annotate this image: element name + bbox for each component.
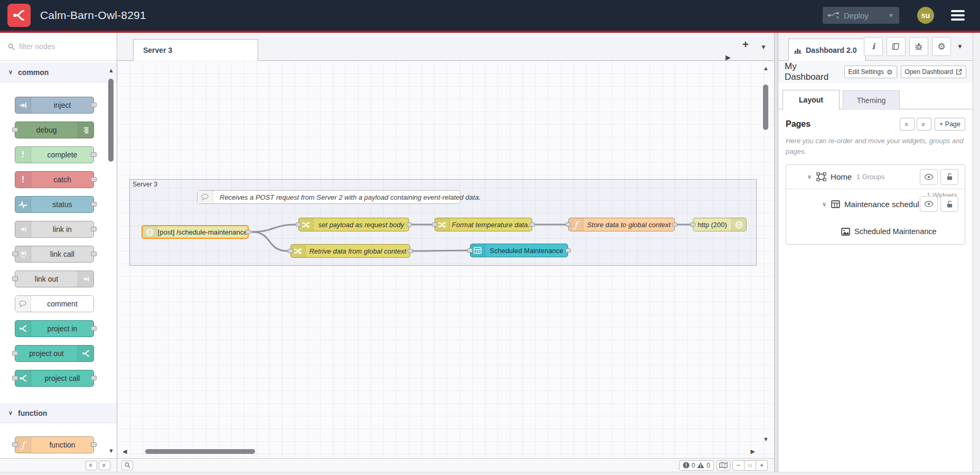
main-menu-icon[interactable]	[951, 10, 965, 21]
canvas-vscrollbar[interactable]	[763, 85, 768, 130]
palette-node-link-out[interactable]: link out	[15, 271, 94, 287]
comment-node[interactable]: Receives a POST request from Server 2 wi…	[197, 190, 460, 204]
flow-node-store-global[interactable]: ƒ Store data to global context	[568, 218, 675, 231]
expand-pages-button[interactable]: »	[917, 118, 931, 131]
output-port[interactable]	[407, 222, 412, 227]
tree-row-home-page[interactable]: ∨ Home 1 Groups	[786, 165, 965, 189]
canvas-search-button[interactable]	[121, 461, 133, 470]
palette-node-complete[interactable]: ! complete	[15, 146, 94, 163]
palette-scroll-down-icon[interactable]: ▼	[108, 448, 114, 454]
workspace-title: Calm-Barn-Owl-8291	[40, 9, 146, 22]
input-port	[12, 276, 18, 281]
expand-all-button[interactable]: »	[99, 461, 110, 470]
debug-lines-icon	[78, 122, 93, 138]
canvas-scroll-left-icon[interactable]: ◀	[123, 448, 127, 455]
palette-scrollbar[interactable]	[108, 79, 114, 162]
flow-tab-server3[interactable]: Server 3	[133, 39, 258, 61]
edit-settings-button[interactable]: Edit Settings ⚙	[844, 66, 897, 78]
exclamation-icon: !	[15, 147, 31, 163]
output-port	[91, 227, 97, 231]
palette-node-inject[interactable]: inject	[15, 97, 94, 114]
bug-icon	[915, 42, 923, 51]
palette-node-link-call[interactable]: link call	[15, 246, 94, 263]
palette-category-common[interactable]: ∨ common	[0, 62, 117, 82]
zoom-in-button[interactable]: +	[756, 460, 768, 471]
chevron-down-icon[interactable]: ∨	[807, 173, 812, 180]
canvas-scroll-right-icon[interactable]: ▶	[751, 448, 755, 455]
flow-node-set-payload[interactable]: set payload as request body	[298, 218, 409, 231]
palette-node-debug[interactable]: debug	[15, 122, 94, 138]
debug-tab-button[interactable]	[909, 37, 928, 56]
flow-node-ui-table[interactable]: Scheduled Maintenance	[470, 244, 568, 257]
zoom-controls: − ○ +	[733, 460, 768, 471]
flow-list-caret-icon[interactable]: ▼	[760, 43, 767, 51]
tree-row-scheduled-maintenance-widget[interactable]: Scheduled Maintenance	[786, 219, 965, 244]
canvas-hscrollbar[interactable]	[145, 449, 255, 454]
palette-node-comment[interactable]: comment	[15, 295, 94, 312]
output-port[interactable]	[566, 248, 571, 253]
visibility-toggle-button[interactable]	[920, 169, 938, 185]
input-port[interactable]	[288, 249, 293, 253]
visibility-toggle-button[interactable]	[920, 196, 938, 212]
deploy-button[interactable]: Deploy ▼	[823, 7, 899, 24]
palette-node-catch[interactable]: ! catch	[15, 171, 94, 188]
tab-layout[interactable]: Layout	[783, 90, 840, 110]
palette-node-link-in[interactable]: link in	[15, 221, 94, 238]
palette-node-project-out[interactable]: project out	[15, 345, 94, 362]
output-port[interactable]	[530, 222, 535, 227]
palette-node-function[interactable]: ƒ function	[15, 436, 94, 453]
lock-toggle-button[interactable]	[940, 169, 958, 185]
sidebar-tabs-caret-icon[interactable]: ▼	[957, 43, 963, 50]
change-shuffle-icon	[291, 245, 306, 257]
map-icon	[719, 462, 728, 469]
flow-node-retrieve-global[interactable]: Retrive data from global context	[290, 244, 410, 258]
open-dashboard-button[interactable]: Open Dashboard	[901, 66, 966, 78]
error-icon	[683, 462, 690, 469]
settings-tab-button[interactable]: ⚙	[932, 37, 951, 56]
sidebar-tab-dashboard[interactable]: Dashboard 2.0	[788, 39, 866, 61]
sidebar-resize-handle[interactable]	[774, 33, 778, 472]
palette-category-function[interactable]: ∨ function	[0, 403, 117, 423]
search-icon	[7, 43, 15, 51]
canvas-scroll-down-icon[interactable]: ▼	[763, 436, 769, 442]
palette-scroll-up-icon[interactable]: ▲	[108, 67, 114, 73]
chevron-down-icon[interactable]: ∨	[822, 201, 826, 208]
add-page-button[interactable]: + Page	[935, 118, 965, 131]
output-port[interactable]	[672, 222, 677, 227]
add-flow-button[interactable]: +	[742, 38, 749, 51]
input-port[interactable]	[566, 222, 571, 227]
palette-footer: « »	[0, 458, 117, 472]
user-avatar[interactable]: su	[917, 7, 934, 24]
input-port[interactable]	[690, 222, 695, 227]
input-port	[12, 351, 18, 356]
input-port[interactable]	[296, 222, 301, 227]
output-port[interactable]	[408, 249, 413, 253]
info-tab-button[interactable]: i	[864, 37, 883, 56]
palette-node-status[interactable]: status	[15, 196, 94, 213]
comment-bubble-icon	[15, 296, 31, 312]
minimap-button[interactable]	[717, 460, 730, 471]
tab-theming[interactable]: Theming	[843, 90, 900, 110]
palette-search[interactable]	[0, 33, 117, 61]
canvas-scroll-up-icon[interactable]: ▲	[763, 65, 769, 71]
tree-row-maintenance-group[interactable]: ∨ Maintenance schedul... 1 Widgets	[786, 189, 965, 219]
input-port[interactable]	[467, 248, 473, 253]
flow-node-http-response[interactable]: http (200)	[693, 218, 747, 231]
palette-node-project-call[interactable]: project call	[15, 370, 94, 387]
collapse-all-button[interactable]: «	[86, 461, 97, 470]
zoom-reset-button[interactable]: ○	[744, 460, 756, 471]
zoom-out-button[interactable]: −	[732, 460, 745, 471]
palette-filter-input[interactable]	[19, 42, 98, 51]
output-port[interactable]	[246, 230, 251, 234]
input-port[interactable]	[432, 222, 437, 227]
notification-counts[interactable]: 0 0	[679, 460, 714, 471]
deploy-caret-icon[interactable]: ▼	[888, 12, 894, 18]
flow-canvas[interactable]: Server 3 Receives a POST request from Se…	[117, 61, 774, 458]
palette-list: ∨ common inject debug ! complete	[0, 61, 117, 458]
flow-node-format-temperature[interactable]: Format temperature data.	[435, 218, 532, 231]
flow-node-http-in[interactable]: [post] /schedule-maintenance	[142, 225, 249, 239]
lock-toggle-button[interactable]	[940, 196, 958, 212]
palette-node-project-in[interactable]: project in	[15, 320, 94, 337]
collapse-pages-button[interactable]: «	[900, 118, 915, 131]
help-tab-button[interactable]	[887, 37, 906, 56]
